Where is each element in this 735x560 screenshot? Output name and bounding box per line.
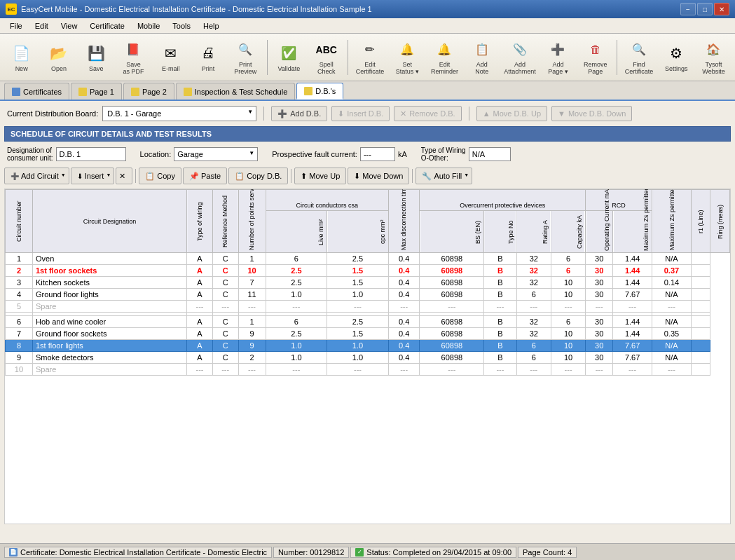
menu-certificate[interactable]: Certificate [84,20,130,32]
auto-fill-button[interactable]: 🔧 Auto Fill [415,168,472,184]
copy-button[interactable]: 📋 Copy [139,168,181,184]
table-cell: 11 [238,289,266,301]
menu-edit[interactable]: Edit [29,20,54,32]
open-button[interactable]: 📂 Open [41,37,76,78]
add-db-button[interactable]: ➕ Add D.B. [271,106,327,121]
tab-inspection-label: Inspection & Test Schedule [195,88,288,96]
wiring-type-input[interactable] [469,147,511,161]
col-header-live: Live mm² [266,211,327,253]
table-row[interactable]: 7Ground floor socketsAC92.51.50.460898B3… [6,328,730,340]
set-status-button[interactable]: 🔔 SetStatus ▾ [390,37,425,78]
save-as-pdf-button[interactable]: 📕 Saveas PDF [116,37,151,78]
menu-tools[interactable]: Tools [167,20,196,32]
print-preview-button[interactable]: 🔍 PrintPreview [228,37,263,78]
col-header-capacity: Capacity kA [551,211,585,253]
tab-page2[interactable]: Page 2 [123,83,174,100]
table-row[interactable]: 6Hob and wine coolerAC162.50.460898B3263… [6,316,730,328]
add-page-button[interactable]: ➕ AddPage ▾ [541,37,575,78]
tab-inspection[interactable]: Inspection & Test Schedule [176,83,296,100]
circuit-table: Circuit number Circuit Designation Type … [5,189,730,376]
table-cell: --- [266,364,327,376]
menu-file[interactable]: File [4,20,28,32]
edit-reminder-button[interactable]: 🔔 EditReminder [427,37,462,78]
table-row[interactable]: 81st floor lightsAC91.01.00.460898B61030… [6,340,730,352]
table-cell: 1.0 [327,340,389,352]
find-certificate-button[interactable]: 🔍 FindCertificate [621,37,656,78]
menu-mobile[interactable]: Mobile [132,20,165,32]
circuit-table-wrap[interactable]: Circuit number Circuit Designation Type … [4,189,731,524]
table-cell: --- [516,364,551,376]
designation-input[interactable] [56,147,126,161]
table-cell: 1 [238,316,266,328]
table-cell: C [212,253,238,265]
close-button[interactable]: ✕ [714,3,729,15]
table-row[interactable]: 10Spare---------------------------------… [6,364,730,376]
settings-button[interactable]: ⚙ Settings [659,37,694,78]
move-down-button[interactable]: ⬇ Move Down [348,168,409,184]
spell-check-button[interactable]: ABC SpellCheck [309,37,343,78]
wiring-type-label: Type of Wiring O-Other: [421,146,466,162]
location-select[interactable]: Garage [174,147,258,161]
table-cell: N/A [652,352,692,364]
table-cell: A [187,352,213,364]
add-note-button[interactable]: 📋 AddNote [465,37,499,78]
table-cell: 6 [266,316,327,328]
db-select[interactable]: D.B. 1 - Garage [102,106,256,121]
table-cell [691,301,710,313]
designation-field: Designation of consumer unit: [7,146,126,162]
table-cell: 32 [516,277,551,289]
table-row[interactable]: 1OvenAC162.50.460898B326301.44N/A [6,253,730,265]
table-row[interactable]: 5Spare----------------------------------… [6,301,730,313]
print-button[interactable]: 🖨 Print [191,37,225,78]
table-row[interactable]: 4Ground floor lightsAC111.01.00.460898B6… [6,289,730,301]
tysoft-website-button[interactable]: 🏠 TysoftWebsite [696,37,731,78]
tab-certificates[interactable]: Certificates [4,83,69,100]
remove-db-button[interactable]: ✕ Remove D.B. [394,106,461,121]
delete-icon: ✕ [119,172,125,181]
copy-db-button[interactable]: 📋 Copy D.B. [228,168,288,184]
remove-page-button[interactable]: 🗑 RemovePage [578,37,612,78]
insert-button[interactable]: ⬇ Insert [71,168,115,184]
table-cell: --- [327,301,389,313]
table-cell: Ground floor lights [32,289,186,301]
table-cell: 2.5 [266,277,327,289]
move-db-up-button[interactable]: ▲ Move D.B. Up [476,106,547,121]
window-controls[interactable]: − □ ✕ [680,3,729,15]
validate-button[interactable]: ✅ Validate [272,37,306,78]
move-up-button[interactable]: ⬆ Move Up [294,168,346,184]
table-row[interactable]: 21st floor socketsAC102.51.50.460898B326… [6,265,730,277]
maximize-button[interactable]: □ [697,3,713,15]
email-button[interactable]: ✉ E-mail [153,37,188,78]
edit-reminder-label: EditReminder [431,62,458,76]
delete-button[interactable]: ✕ [116,168,132,184]
tysoft-label: TysoftWebsite [702,62,724,76]
menu-view[interactable]: View [55,20,83,32]
minimize-button[interactable]: − [680,3,696,15]
save-button[interactable]: 💾 Save [79,37,114,78]
table-cell: B [484,253,516,265]
move-down-icon: ⬇ [354,172,360,181]
insert-db-button[interactable]: ⬇ Insert D.B. [331,106,390,121]
table-cell: 0.4 [388,328,420,340]
add-circuit-button[interactable]: ➕ Add Circuit [4,168,69,184]
tab-page1[interactable]: Page 1 [71,83,122,100]
table-cell: --- [484,301,516,313]
app-icon: EC [6,4,17,15]
menu-help[interactable]: Help [198,20,225,32]
table-row[interactable]: 3Kitchen socketsAC72.51.50.460898B321030… [6,277,730,289]
new-button[interactable]: 📄 New [4,37,39,78]
edit-certificate-button[interactable]: ✏ EditCertificate [352,37,387,78]
prospective-input[interactable] [360,147,395,161]
add-attachment-button[interactable]: 📎 AddAttachment [502,37,538,78]
table-cell: 6 [516,352,551,364]
col-header-maxzs: Maximum Zs permitted by BS 7671 Ω [652,190,692,253]
table-cell: B [484,289,516,301]
move-db-down-button[interactable]: ▼ Move D.B. Down [551,106,632,121]
table-row[interactable]: 9Smoke detectorsAC21.01.00.460898B610307… [6,352,730,364]
table-cell: C [212,352,238,364]
table-cell: 10 [238,265,266,277]
email-label: E-mail [162,66,180,73]
tab-dbs[interactable]: D.B.'s [296,83,343,100]
paste-button[interactable]: 📌 Paste [183,168,227,184]
tab-certificates-label: Certificates [23,88,62,96]
